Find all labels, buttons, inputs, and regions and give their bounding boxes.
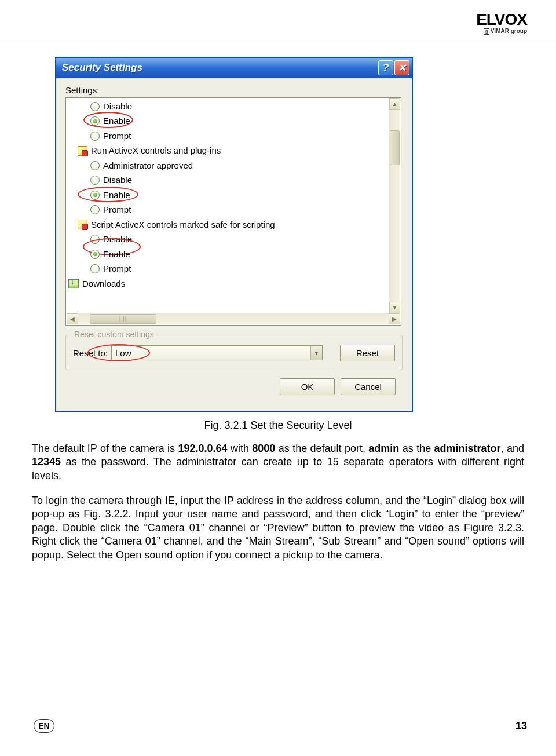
radio-enable[interactable]: Enable bbox=[67, 247, 389, 262]
vertical-scrollbar[interactable]: ▲ ▼ bbox=[389, 98, 400, 313]
radio-prompt[interactable]: Prompt bbox=[67, 261, 389, 276]
reset-level-combo[interactable]: Low ▼ bbox=[111, 345, 323, 360]
figure-caption: Fig. 3.2.1 Set the Security Level bbox=[0, 419, 556, 432]
scroll-track[interactable] bbox=[389, 110, 400, 302]
paragraph-2: To login the camera through IE, input th… bbox=[32, 494, 524, 562]
ok-button[interactable]: OK bbox=[280, 378, 335, 395]
radio-icon bbox=[90, 235, 100, 244]
language-badge: EN bbox=[34, 719, 54, 733]
radio-disable[interactable]: Disable bbox=[67, 173, 389, 188]
scroll-track[interactable] bbox=[78, 313, 389, 324]
reset-to-label: Reset to: bbox=[73, 348, 108, 358]
page-footer: EN 13 bbox=[34, 719, 527, 733]
dialog-body: Settings: Disable Enable Prompt Run Acti… bbox=[56, 78, 412, 411]
radio-icon bbox=[90, 205, 100, 214]
fieldset-legend: Reset custom settings bbox=[72, 330, 156, 339]
brand-logo: ELVOX ▯VIMAR group bbox=[476, 13, 527, 34]
category-downloads: Downloads bbox=[67, 276, 389, 291]
radio-icon bbox=[90, 250, 100, 259]
radio-enable[interactable]: Enable bbox=[67, 114, 389, 129]
cancel-button[interactable]: Cancel bbox=[341, 378, 396, 395]
radio-icon bbox=[90, 161, 100, 170]
list-content: Disable Enable Prompt Run ActiveX contro… bbox=[67, 99, 389, 291]
radio-icon bbox=[90, 116, 100, 126]
reset-button[interactable]: Reset bbox=[340, 345, 395, 361]
radio-icon bbox=[90, 132, 100, 141]
radio-icon bbox=[90, 191, 100, 200]
body-text: The default IP of the camera is 192.0.0.… bbox=[32, 442, 524, 562]
radio-prompt[interactable]: Prompt bbox=[67, 129, 389, 144]
scroll-left-button[interactable]: ◀ bbox=[67, 313, 78, 324]
security-settings-dialog: Security Settings ? ✕ Settings: Disable … bbox=[55, 57, 413, 412]
close-button[interactable]: ✕ bbox=[394, 60, 409, 75]
settings-listbox: Disable Enable Prompt Run ActiveX contro… bbox=[65, 97, 401, 326]
titlebar[interactable]: Security Settings ? ✕ bbox=[56, 58, 412, 78]
logo-subtext: ▯VIMAR group bbox=[476, 28, 527, 34]
radio-prompt[interactable]: Prompt bbox=[67, 202, 389, 217]
dialog-footer: OK Cancel bbox=[65, 370, 403, 404]
chevron-down-icon[interactable]: ▼ bbox=[310, 346, 322, 360]
settings-label: Settings: bbox=[65, 85, 403, 95]
scroll-right-button[interactable]: ▶ bbox=[389, 313, 400, 324]
downloads-icon bbox=[68, 279, 79, 288]
page-header: ELVOX ▯VIMAR group bbox=[0, 0, 556, 39]
category-script-activex: Script ActiveX controls marked safe for … bbox=[67, 217, 389, 232]
scroll-thumb[interactable] bbox=[390, 130, 400, 165]
scroll-down-button[interactable]: ▼ bbox=[389, 302, 400, 313]
help-button[interactable]: ? bbox=[378, 60, 393, 75]
radio-admin-approved[interactable]: Administrator approved bbox=[67, 158, 389, 173]
radio-disable[interactable]: Disable bbox=[67, 99, 389, 114]
scroll-thumb[interactable] bbox=[90, 314, 156, 324]
reset-fieldset: Reset custom settings Reset to: Low ▼ Re… bbox=[65, 335, 403, 370]
scroll-up-button[interactable]: ▲ bbox=[389, 98, 400, 110]
radio-icon bbox=[90, 102, 100, 111]
radio-icon bbox=[90, 264, 100, 273]
page-number: 13 bbox=[515, 720, 527, 732]
combo-value: Low bbox=[112, 348, 310, 358]
activex-icon bbox=[78, 220, 87, 229]
logo-main-text: ELVOX bbox=[476, 13, 527, 27]
radio-disable[interactable]: Disable bbox=[67, 232, 389, 247]
radio-icon bbox=[90, 176, 100, 185]
horizontal-scrollbar[interactable]: ◀ ▶ bbox=[67, 313, 400, 324]
category-run-activex: Run ActiveX controls and plug-ins bbox=[67, 143, 389, 158]
paragraph-1: The default IP of the camera is 192.0.0.… bbox=[32, 442, 524, 483]
activex-icon bbox=[78, 146, 87, 156]
radio-enable[interactable]: Enable bbox=[67, 188, 389, 203]
dialog-title: Security Settings bbox=[62, 62, 377, 74]
